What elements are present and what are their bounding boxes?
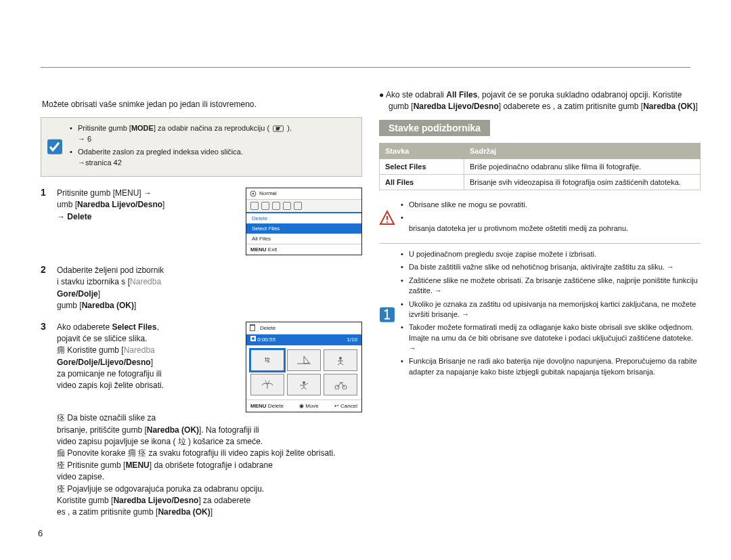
step-body: Ako odaberete Select Files, pojavit će s… (53, 322, 362, 519)
svg-rect-11 (386, 221, 388, 223)
svg-point-3 (252, 192, 254, 194)
step-body: Odaberite željeni pod izbornik i stavku … (53, 265, 362, 312)
options-table: StavkaSadržaj Select FilesBriše pojedina… (379, 143, 701, 190)
tip-text: Također možete formatirati medij za odla… (401, 322, 701, 353)
step-number: 2 (41, 265, 53, 312)
page: Možete obrisati vaše snimke jedan po jed… (0, 0, 731, 560)
screen-figure-thumbs: Delete 0:00:551/10 垃 (246, 322, 362, 413)
gear-icon (250, 190, 257, 197)
precondition-box: Pritisnite gumb [MODE] za odabir načina … (41, 117, 362, 177)
screen-figure-menu: Normal Delete Select Files All Files MEN… (246, 188, 362, 255)
step-number: 1 (41, 188, 53, 255)
list-item[interactable]: Delete (246, 213, 361, 223)
precondition-item: Odaberite zaslon za pregled indeksa vide… (70, 147, 292, 168)
tip-text: Funkcija Brisanje ne radi ako baterija n… (401, 356, 701, 377)
submenu-heading: Stavke podizbornika (379, 120, 490, 136)
svg-point-5 (252, 337, 254, 340)
header-rule (41, 67, 690, 68)
table-row: Select FilesBriše pojedinačno odabranu s… (380, 158, 701, 174)
trash-icon (250, 324, 255, 331)
svg-rect-10 (386, 216, 388, 220)
svg-point-6 (339, 357, 342, 360)
left-column: Možete obrisati vaše snimke jedan po jed… (41, 89, 362, 546)
continuation-text: ● Ako ste odabrali All Files, pojavit će… (389, 89, 701, 113)
info-icon (379, 249, 395, 380)
table-row: All FilesBrisanje svih videozapisa ili f… (380, 174, 701, 190)
step-number: 3 (41, 322, 53, 519)
tip-text: Da biste zaštitili važne slike od nehoti… (401, 262, 701, 272)
tip-box: U pojedinačnom pregledu svoje zapise mož… (379, 243, 701, 380)
table-header: Sadržaj (464, 143, 701, 158)
tip-text: Zaštićene slike ne možete obrisati. Za b… (401, 276, 701, 297)
warning-icon (379, 200, 395, 236)
right-column: ● Ako ste odabrali All Files, pojavit će… (379, 89, 701, 546)
note-text: Obrisane slike ne mogu se povratiti. (401, 200, 701, 210)
step-body: Pritisnite gumb [MENU] → umb [Naredba Li… (53, 188, 238, 255)
check-icon (47, 123, 63, 171)
intro-text: Možete obrisati vaše snimke jedan po jed… (42, 99, 362, 110)
person-icon (296, 380, 312, 389)
tip-text: Ukoliko je oznaka za zaštitu od upisivan… (401, 299, 701, 320)
precondition-item: Pritisnite gumb [MODE] za odabir načina … (70, 123, 292, 144)
list-item[interactable]: All Files (246, 234, 361, 244)
svg-point-7 (303, 381, 305, 384)
page-number: 6 (38, 528, 43, 538)
tip-text: U pojedinačnom pregledu svoje zapise mož… (401, 249, 701, 259)
table-header: Stavka (380, 143, 464, 158)
cyclist-icon (332, 380, 349, 389)
warning-box: Obrisane slike ne mogu se povratiti. bri… (379, 200, 701, 236)
step-list: 1 Pritisnite gumb [MENU] → umb [Naredba … (41, 188, 362, 519)
note-text: brisanja datoteka jer u protivnom možete… (401, 213, 701, 234)
palm-icon (259, 380, 275, 389)
list-item[interactable]: Select Files (246, 223, 361, 234)
sailboat-icon (296, 356, 312, 365)
playback-icon (271, 125, 285, 132)
person-icon (332, 356, 349, 365)
film-icon (250, 336, 256, 341)
